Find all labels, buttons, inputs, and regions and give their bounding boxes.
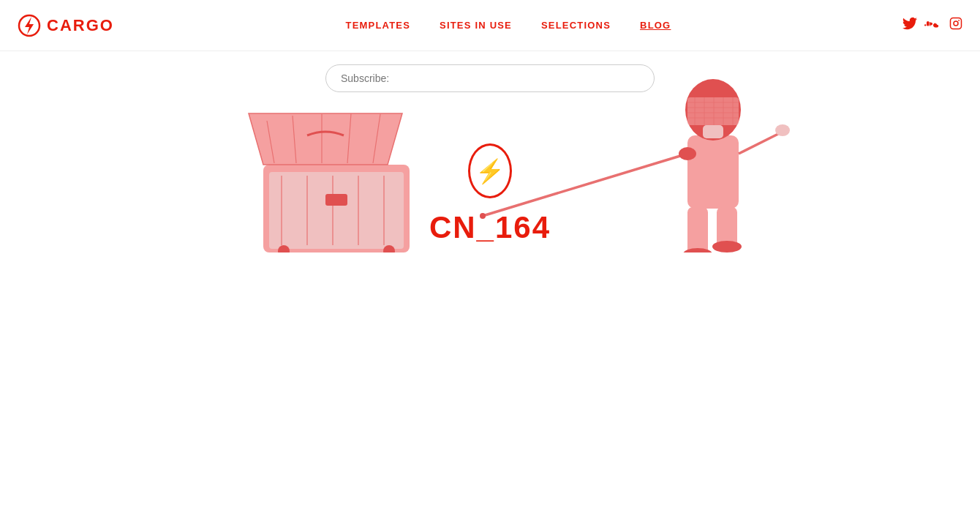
svg-marker-1 [25,17,34,34]
svg-point-4 [958,20,960,21]
logo-text: CARGO [47,16,114,35]
svg-point-25 [775,124,790,136]
svg-rect-37 [703,125,723,138]
svg-point-23 [679,147,696,160]
logo-icon [18,14,41,37]
nav-sites-in-use[interactable]: SITES IN USE [440,20,512,31]
svg-rect-27 [687,97,739,125]
illustration-area: .img-fill { fill: #f5a0a0; } .img-stroke… [0,48,980,252]
svg-rect-20 [687,135,739,209]
svg-point-3 [954,21,958,26]
nav-selections[interactable]: SELECTIONS [541,20,611,31]
fencer-cooler-illustration: .img-fill { fill: #f5a0a0; } .img-stroke… [161,48,819,252]
svg-rect-2 [951,18,962,29]
svg-rect-19 [325,194,347,206]
svg-point-41 [712,241,742,252]
twitter-icon[interactable] [902,17,917,34]
main-nav: TEMPLATES SITES IN USE SELECTIONS BLOG [345,20,671,31]
svg-rect-38 [687,207,708,252]
social-icons-group [902,17,962,34]
nav-templates[interactable]: TEMPLATES [345,20,410,31]
instagram-icon[interactable] [949,17,962,34]
soundcloud-icon[interactable] [924,18,942,33]
svg-line-21 [483,154,687,216]
logo-link[interactable]: CARGO [18,14,114,37]
svg-point-22 [480,213,486,219]
header: CARGO TEMPLATES SITES IN USE SELECTIONS … [0,0,980,51]
svg-line-24 [739,132,783,154]
main-content: ⚡ CN_164 .img-fill { fill: #f5a0a0; } .i… [0,100,980,252]
nav-blog[interactable]: BLOG [640,20,671,31]
